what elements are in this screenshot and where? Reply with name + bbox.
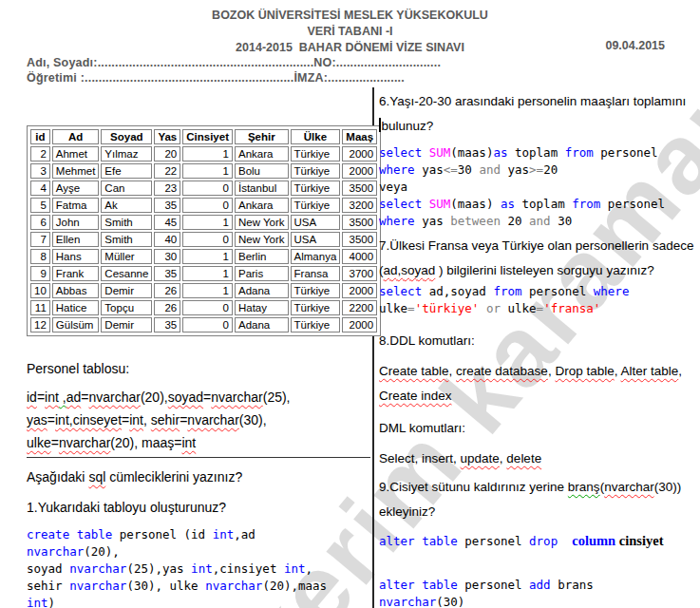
text-run: , bbox=[306, 561, 313, 576]
text-run: int bbox=[213, 527, 235, 542]
table-cell: Abbas bbox=[52, 283, 100, 298]
text-run: , bbox=[59, 390, 66, 405]
text-run: delete bbox=[506, 451, 541, 466]
table-cell: Can bbox=[101, 180, 152, 196]
text-run: , bbox=[449, 364, 457, 378]
table-row: 7EllenSmith400New YorkUSA3500 bbox=[30, 232, 377, 247]
table-cell: 6 bbox=[30, 215, 50, 230]
right-column: 6.Yaşı-20-30 arasındaki personelin maaşl… bbox=[379, 89, 696, 608]
sql-drop-column: alter table personel drop column cinsiye… bbox=[379, 532, 696, 550]
column-header: Cinsiyet bbox=[182, 129, 233, 144]
table-cell: 23 bbox=[154, 180, 180, 196]
header-school: BOZOK ÜNİVERSİTESİ MESLEK YÜKSEKOKULU bbox=[0, 8, 700, 24]
text-run: 8.DDL komutları: bbox=[379, 333, 475, 348]
table-cell: 4 bbox=[30, 180, 50, 196]
text-run: personel bbox=[600, 197, 665, 211]
table-cell: Fransa bbox=[291, 266, 341, 281]
schema-definition: id=int ,ad=nvarchar(20),soyad=nvarchar(2… bbox=[27, 386, 370, 454]
text-run: from bbox=[565, 145, 594, 160]
table-cell: 26 bbox=[154, 300, 180, 315]
text-run: (maas) bbox=[450, 145, 493, 160]
text-run: 20 bbox=[501, 214, 529, 228]
text-run: column bbox=[572, 533, 615, 548]
text-run: (25), bbox=[263, 390, 291, 405]
personel-table-caption: Personel tablosu: bbox=[27, 357, 370, 380]
table-cell: Smith bbox=[101, 232, 152, 247]
text-run: DML komutları: bbox=[379, 421, 465, 435]
text-run: 30 bbox=[458, 162, 480, 177]
table-cell: 2200 bbox=[342, 300, 377, 315]
text-run: (25),yas bbox=[126, 561, 191, 576]
text-run: sehir bbox=[27, 579, 69, 593]
header-term: 2014-2015 BAHAR DÖNEMİ VİZE SINAVI bbox=[0, 40, 700, 56]
table-cell: 3500 bbox=[342, 232, 377, 247]
text-run: SUM bbox=[429, 197, 451, 211]
table-row: 2AhmetYılmaz201AnkaraTürkiye2000 bbox=[30, 146, 377, 162]
text-run: 7.Ülkesi Fransa veya Türkiye olan person… bbox=[379, 238, 693, 253]
table-cell: New York bbox=[235, 232, 289, 247]
text-run: between bbox=[450, 214, 501, 228]
student-name-line: Adı, Soyadı:............................… bbox=[27, 56, 441, 69]
table-row: 12GülsümDemir350AdanaTürkiye2000 bbox=[30, 317, 377, 332]
table-cell: Berlin bbox=[235, 249, 289, 264]
text-run: ,cinsiyet bbox=[213, 561, 284, 576]
table-cell: 30 bbox=[154, 249, 180, 264]
table-cell: İstanbul bbox=[235, 180, 289, 196]
table-cell: 26 bbox=[154, 283, 180, 298]
sql-instruction: Aşağıdaki sql cümleciklerini yazınız? bbox=[27, 466, 370, 488]
text-run: int bbox=[181, 435, 196, 450]
table-cell: Fatma bbox=[52, 198, 100, 213]
table-cell: USA bbox=[291, 232, 341, 247]
text-run: bulunuz? bbox=[382, 119, 434, 133]
question-1: 1.Yukarıdaki tabloyu oluşturunuz? bbox=[27, 496, 370, 519]
table-cell: 0 bbox=[182, 300, 233, 315]
text-run: = bbox=[407, 301, 415, 315]
table-cell: 1 bbox=[182, 249, 233, 264]
table-cell: Bolu bbox=[235, 163, 289, 179]
text-run: <= bbox=[444, 162, 458, 177]
table-row: 11HaticeTopçu260HatayTürkiye2200 bbox=[30, 300, 377, 315]
table-cell: New York bbox=[235, 215, 289, 230]
text-run: Personel tablosu: bbox=[27, 361, 129, 376]
dml-list: Select, insert, update, delete bbox=[379, 446, 696, 471]
table-cell: Ayşe bbox=[52, 180, 100, 196]
text-run: ad,soyad bbox=[384, 263, 436, 277]
text-run: nvarchar bbox=[205, 579, 262, 593]
right-flow: 6.Yaşı-20-30 arasındaki personelin maaşl… bbox=[379, 89, 696, 608]
text-run: brans bbox=[551, 578, 594, 592]
table-row: 3MehmetEfe221BoluTürkiye2000 bbox=[30, 163, 377, 179]
table-cell: 1 bbox=[182, 283, 233, 298]
table-cell: 2000 bbox=[342, 163, 377, 179]
table-cell: Türkiye bbox=[291, 163, 341, 179]
text-run: (30) bbox=[436, 595, 464, 608]
text-run: int bbox=[27, 596, 48, 608]
text-run: Create index bbox=[379, 389, 452, 403]
text-run: alter table bbox=[379, 534, 458, 548]
table-cell: Türkiye bbox=[291, 300, 341, 315]
table-cell: Türkiye bbox=[291, 180, 341, 196]
table-cell: Gülsüm bbox=[52, 317, 100, 332]
table-cell: 20 bbox=[154, 146, 180, 162]
text-run: = bbox=[122, 412, 129, 428]
table-cell: 1 bbox=[182, 146, 233, 162]
column-header: Şehir bbox=[235, 129, 289, 144]
table-cell: Demir bbox=[101, 317, 152, 332]
text-run: create database bbox=[456, 364, 548, 378]
personnel-table-wrap: idAdSoyadYasCinsiyetŞehirÜlkeMaaş 2Ahmet… bbox=[27, 125, 381, 336]
text-run: nvarchar bbox=[69, 579, 126, 593]
text-run: (20), maaş= bbox=[110, 435, 181, 450]
table-cell: 22 bbox=[154, 163, 180, 179]
text-run: update bbox=[461, 451, 500, 466]
table-cell: Türkiye bbox=[291, 317, 341, 332]
text-run: 'fransa' bbox=[543, 301, 600, 315]
text-run: nvarchar bbox=[88, 390, 140, 405]
text-run: 30 bbox=[551, 214, 573, 228]
text-run: int bbox=[129, 412, 143, 428]
text-run: toplam bbox=[507, 145, 564, 160]
column-header: Yas bbox=[154, 129, 180, 144]
personnel-table: idAdSoyadYasCinsiyetŞehirÜlkeMaaş 2Ahmet… bbox=[28, 127, 379, 334]
column-header: Soyad bbox=[101, 129, 152, 144]
table-cell: 2000 bbox=[342, 146, 377, 162]
text-run: 6.Yaşı-20-30 arasındaki personelin maaşl… bbox=[379, 94, 686, 108]
table-cell: 3700 bbox=[342, 266, 377, 281]
